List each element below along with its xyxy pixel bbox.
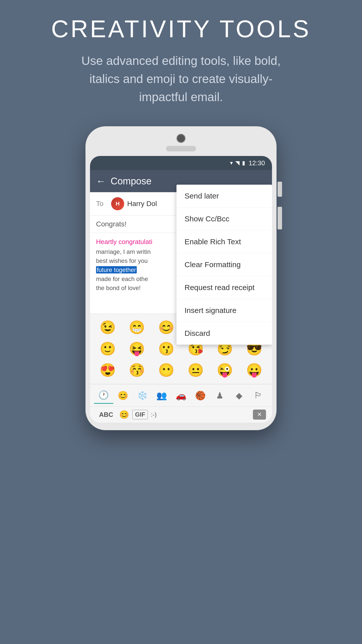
phone-speaker <box>166 146 196 151</box>
menu-item-show-cc-bcc[interactable]: Show Cc/Bcc <box>176 208 272 230</box>
emoji-cat-flags[interactable]: 🏳 <box>249 387 268 403</box>
emoji-neutral[interactable]: 😐 <box>182 360 209 380</box>
menu-item-enable-rich-text[interactable]: Enable Rich Text <box>176 230 272 253</box>
compose-area: Send later Show Cc/Bcc Enable Rich Text … <box>90 192 272 313</box>
status-time: 12:30 <box>249 159 265 167</box>
status-bar: ▾ ◥ ▮ 12:30 <box>90 156 272 170</box>
signal-icon: ◥ <box>235 160 240 166</box>
phone-vol-button <box>278 207 282 229</box>
phone-mockup: ▾ ◥ ▮ 12:30 ← Compose Send later Show Cc… <box>85 126 277 430</box>
emoji-cat-travel[interactable]: 🚗 <box>171 387 191 404</box>
recipient-chip[interactable]: H Harry Dol <box>111 197 157 210</box>
emoji-slightly-smile[interactable]: 🙂 <box>94 339 121 358</box>
emoji-category-bar: 🕐 😊 ❄️ 👥 🚗 🏀 ♟ ◆ 🏳 <box>90 384 272 406</box>
emoji-heart-eyes[interactable]: 😍 <box>94 360 121 380</box>
dropdown-menu: Send later Show Cc/Bcc Enable Rich Text … <box>176 185 272 345</box>
page-subtitle: Use advanced editing tools, like bold, i… <box>68 52 294 106</box>
menu-item-request-read-receipt[interactable]: Request read receipt <box>176 276 272 299</box>
keyboard-emoji-button[interactable]: 😊 <box>119 410 129 419</box>
keyboard-bottom: ABC 😊 GIF :-) ✕ <box>90 406 272 423</box>
keyboard-gif-button[interactable]: GIF <box>132 410 148 419</box>
phone-camera <box>176 134 186 143</box>
emoji-cat-symbols[interactable]: ◆ <box>229 387 249 404</box>
highlighted-text: future together <box>96 266 137 273</box>
emoji-wink[interactable]: 😉 <box>94 318 121 337</box>
keyboard-abc-button[interactable]: ABC <box>96 411 116 419</box>
menu-item-clear-formatting[interactable]: Clear Formatting <box>176 253 272 276</box>
battery-icon: ▮ <box>242 160 245 166</box>
emoji-cat-recent[interactable]: 🕐 <box>94 387 113 404</box>
emoji-cat-people[interactable]: 👥 <box>152 387 171 404</box>
emoji-kissing-closed[interactable]: 😚 <box>123 360 151 380</box>
phone-side-button <box>278 182 282 197</box>
emoji-winking-tongue[interactable]: 😜 <box>211 360 239 380</box>
emoji-cat-objects[interactable]: ♟ <box>210 387 229 404</box>
emoji-no-mouth[interactable]: 😶 <box>153 360 180 380</box>
back-button[interactable]: ← <box>96 176 106 187</box>
recipient-name: Harry Dol <box>127 200 157 208</box>
phone-screen: ▾ ◥ ▮ 12:30 ← Compose Send later Show Cc… <box>90 156 272 423</box>
emoji-cat-activities[interactable]: 🏀 <box>191 387 210 404</box>
keyboard-kaomoji-button[interactable]: :-) <box>151 411 157 418</box>
menu-item-send-later[interactable]: Send later <box>176 185 272 208</box>
recipient-avatar: H <box>111 197 124 210</box>
menu-item-insert-signature[interactable]: Insert signature <box>176 299 272 322</box>
page-title: CREATIVITY TOOLS <box>51 15 311 43</box>
emoji-grin[interactable]: 😁 <box>123 318 151 337</box>
emoji-stuck-out-tongue[interactable]: 😛 <box>241 360 268 380</box>
emoji-cat-nature[interactable]: ❄️ <box>133 387 152 404</box>
subject-text: Congrats! <box>96 220 126 228</box>
emoji-smile[interactable]: 😊 <box>153 318 180 337</box>
status-icons: ▾ ◥ ▮ <box>230 160 245 166</box>
avatar-image: H <box>111 197 124 210</box>
emoji-kissing[interactable]: 😗 <box>153 339 180 358</box>
emoji-cat-smileys[interactable]: 😊 <box>113 387 133 404</box>
wifi-icon: ▾ <box>230 160 233 166</box>
menu-item-discard[interactable]: Discard <box>176 322 272 345</box>
emoji-squinting[interactable]: 😝 <box>123 339 151 358</box>
to-label: To <box>96 200 111 208</box>
keyboard-delete-button[interactable]: ✕ <box>253 410 266 420</box>
